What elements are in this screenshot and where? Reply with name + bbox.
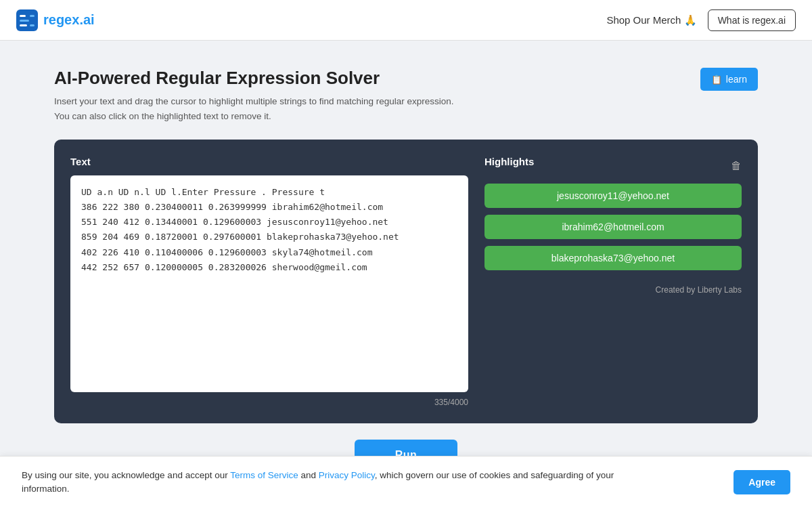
privacy-link[interactable]: Privacy Policy (319, 470, 375, 480)
trash-icon[interactable]: 🗑 (731, 160, 742, 172)
what-is-regex-button[interactable]: What is regex.ai (708, 9, 796, 31)
svg-rect-1 (20, 15, 26, 17)
solver-panel: Text UD a.n UD n.l UD l.Enter Pressure .… (54, 140, 758, 423)
cookie-text: By using our site, you acknowledge and a… (22, 469, 631, 496)
char-count: 335/4000 (70, 398, 468, 407)
svg-rect-2 (20, 20, 29, 22)
cookie-banner: By using our site, you acknowledge and a… (0, 456, 812, 509)
highlights-label: Highlights (484, 156, 534, 167)
highlight-tag-1[interactable]: jesusconroy11@yehoo.net (484, 184, 742, 208)
page-subtitle-line1: Insert your text and drag the cursor to … (54, 94, 454, 109)
logo-icon (16, 9, 38, 31)
svg-rect-4 (30, 15, 35, 17)
terms-link[interactable]: Terms of Service (230, 470, 298, 480)
merch-link[interactable]: Shop Our Merch 🙏 (606, 14, 696, 26)
highlights-column: Highlights 🗑 jesusconroy11@yehoo.net ibr… (484, 156, 742, 407)
text-column-label: Text (70, 156, 468, 167)
highlights-list: jesusconroy11@yehoo.net ibrahim62@hotmei… (484, 184, 742, 277)
highlight-tag-3[interactable]: blakeprohaska73@yehoo.net (484, 246, 742, 270)
agree-button[interactable]: Agree (734, 470, 790, 494)
text-column: Text UD a.n UD n.l UD l.Enter Pressure .… (70, 156, 468, 407)
page-title: AI-Powered Regular Expression Solver (54, 68, 454, 89)
learn-button[interactable]: 📋 learn (700, 68, 758, 91)
logo[interactable]: regex.ai (16, 9, 95, 31)
created-by: Created by Liberty Labs (484, 285, 742, 295)
book-icon: 📋 (711, 75, 722, 85)
highlight-tag-2[interactable]: ibrahim62@hotmeil.com (484, 215, 742, 239)
text-content: UD a.n UD n.l UD l.Enter Pressure . Pres… (81, 185, 457, 275)
page-subtitle-line2: You can also click on the highlighted te… (54, 109, 454, 124)
logo-text: regex.ai (43, 12, 95, 28)
svg-rect-5 (30, 24, 35, 26)
svg-rect-3 (20, 24, 27, 26)
text-area[interactable]: UD a.n UD n.l UD l.Enter Pressure . Pres… (70, 175, 468, 392)
